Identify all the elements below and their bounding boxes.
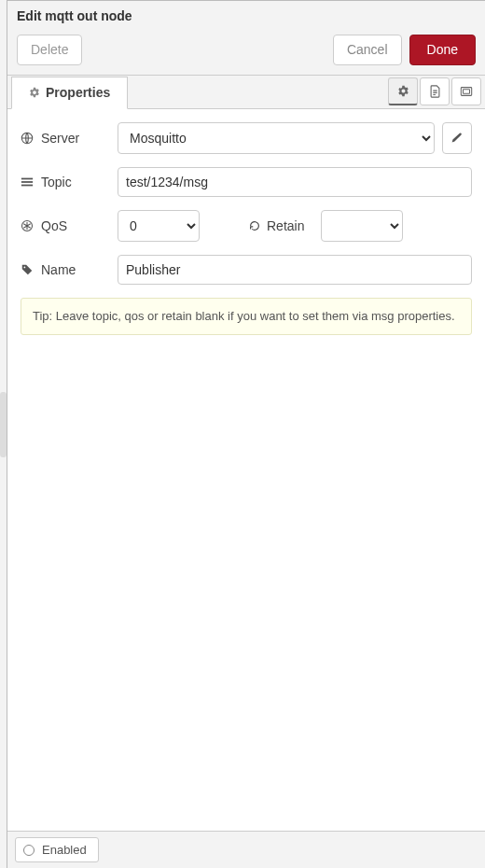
- topic-input[interactable]: [118, 167, 472, 197]
- row-topic: Topic: [21, 167, 472, 197]
- server-label: Server: [41, 131, 79, 146]
- svg-rect-1: [464, 90, 470, 93]
- tray-footer: Enabled: [7, 831, 485, 868]
- pencil-icon: [450, 132, 463, 144]
- tab-properties[interactable]: Properties: [11, 77, 128, 109]
- row-qos-retain: QoS 0 Retain: [21, 210, 472, 242]
- asterisk-icon: [21, 219, 35, 232]
- name-input[interactable]: [118, 255, 472, 285]
- appearance-icon: [460, 85, 473, 98]
- edit-server-button[interactable]: [442, 122, 472, 154]
- description-tab-icon-button[interactable]: [420, 77, 450, 105]
- tab-properties-label: Properties: [46, 85, 110, 100]
- enabled-toggle-button[interactable]: Enabled: [15, 837, 99, 862]
- svg-rect-5: [21, 184, 33, 186]
- form-area: Server Mosquitto Topic: [7, 109, 485, 831]
- retain-label: Retain: [267, 218, 304, 233]
- server-select[interactable]: Mosquitto: [118, 122, 435, 154]
- globe-icon: [21, 132, 35, 145]
- gear-icon: [397, 85, 409, 97]
- tray-title: Edit mqtt out node: [7, 1, 485, 29]
- row-name: Name: [21, 255, 472, 285]
- qos-label: QoS: [41, 218, 67, 233]
- enabled-label: Enabled: [42, 843, 87, 857]
- circle-icon: [23, 845, 35, 856]
- qos-select[interactable]: 0: [118, 210, 200, 242]
- edit-tray: Edit mqtt out node Delete Cancel Done Pr…: [7, 0, 485, 868]
- tag-icon: [21, 263, 35, 276]
- left-scroll-handle[interactable]: [0, 392, 7, 457]
- tray-button-row: Delete Cancel Done: [7, 29, 485, 75]
- document-icon: [429, 85, 441, 98]
- cancel-button[interactable]: Cancel: [333, 35, 402, 65]
- retain-icon: [248, 219, 261, 232]
- retain-select[interactable]: [321, 210, 403, 242]
- tabs-row: Properties: [7, 76, 485, 109]
- delete-button[interactable]: Delete: [17, 35, 82, 65]
- bars-icon: [21, 176, 35, 188]
- tray-header: Edit mqtt out node Delete Cancel Done: [7, 1, 485, 76]
- gear-icon: [29, 87, 40, 98]
- appearance-tab-icon-button[interactable]: [451, 77, 481, 105]
- svg-rect-3: [21, 177, 33, 179]
- properties-tab-icon-button[interactable]: [388, 77, 418, 105]
- name-label: Name: [41, 262, 76, 277]
- row-server: Server Mosquitto: [21, 122, 472, 154]
- tip-box: Tip: Leave topic, qos or retain blank if…: [21, 298, 472, 335]
- done-button[interactable]: Done: [409, 35, 476, 65]
- topic-label: Topic: [41, 175, 72, 189]
- svg-rect-4: [21, 181, 33, 183]
